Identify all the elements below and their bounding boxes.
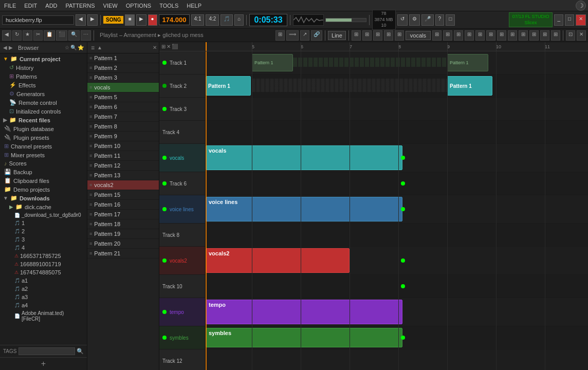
track-header-2[interactable]: Track 2 [159, 75, 205, 98]
mix-btn1[interactable]: ⊞ [352, 30, 361, 41]
sidebar-item-clipboard[interactable]: 📋 Clipboard files [0, 176, 87, 185]
project-name[interactable]: huckleberry.flp [2, 15, 74, 25]
track-lane-3[interactable]: Pattern 2 [206, 98, 588, 121]
add-button[interactable]: + [0, 357, 87, 370]
pattern-10[interactable]: ≡ Pattern 10 [87, 141, 159, 151]
snap-icon[interactable]: ⌂ [234, 14, 244, 26]
vocals-select[interactable]: vocals [406, 31, 431, 40]
sidebar-forward[interactable]: ▶ [9, 45, 13, 50]
song-button[interactable]: SONG [103, 16, 123, 24]
right-icon2[interactable]: ⊞ [443, 30, 452, 41]
tb2-fav[interactable]: ★ [23, 30, 32, 41]
pattern-16[interactable]: ≡ Pattern 16 [87, 200, 159, 210]
mix-btn3[interactable]: ⊞ [373, 30, 382, 41]
nav-forward[interactable]: ▶ [87, 14, 98, 26]
track-lane-9[interactable]: vocals2 [206, 247, 588, 275]
pattern-vocals2[interactable]: ≡ vocals2 [87, 180, 159, 190]
pattern-17[interactable]: ≡ Pattern 17 [87, 210, 159, 219]
tb2-history[interactable]: ↻ [12, 30, 22, 41]
tb2-cut[interactable]: ✂ [33, 30, 43, 41]
track-header-12[interactable]: symbles [159, 326, 205, 349]
track-header-10[interactable]: Track 10 [159, 275, 205, 298]
track-header-8[interactable]: Track 8 [159, 224, 205, 247]
sidebar-item-1[interactable]: 🎵 1 [6, 219, 87, 227]
sidebar-item-scores[interactable]: ♪ Scores [0, 159, 87, 168]
pattern-5[interactable]: ≡ Pattern 5 [87, 92, 159, 102]
pattern-7[interactable]: ≡ Pattern 7 [87, 112, 159, 122]
track-header-7[interactable]: voice lines [159, 195, 205, 224]
sidebar-icon2[interactable]: 🔍 [70, 45, 77, 50]
tb2-zoom[interactable]: 🔍 [68, 30, 80, 41]
sidebar-item-channel-presets[interactable]: ⊞ Channel presets [0, 142, 87, 151]
track-lane-13[interactable] [206, 349, 588, 370]
right-icon10[interactable]: ⊞ [529, 30, 539, 41]
right-icon6[interactable]: ⊞ [486, 30, 495, 41]
ruler-controls[interactable]: ⊞ ✕ ⬛ [161, 44, 178, 49]
help-icon[interactable]: ? [435, 14, 445, 26]
sidebar-item-download-file[interactable]: 📄 _download_s.tor_dg8a9r0 [6, 211, 87, 219]
close-button[interactable]: ✕ [576, 14, 586, 26]
sidebar-icon3[interactable]: ⭐ [78, 45, 84, 50]
right-icon1[interactable]: ⊞ [432, 30, 442, 41]
sidebar-item-downloads[interactable]: ▼ 📁 Downloads [0, 194, 87, 202]
stop-button[interactable]: ■ [125, 14, 134, 26]
mic-icon[interactable]: 🎤 [421, 14, 434, 26]
sidebar-item-patterns[interactable]: ⊞ Patterns [6, 72, 87, 81]
track-lane-10[interactable] [206, 275, 588, 298]
arrange-tool[interactable]: ⟹ [286, 30, 299, 41]
pattern-1[interactable]: ≡ Pattern 1 [87, 53, 159, 63]
clip-track2-p1-2[interactable]: Pattern 1 [447, 76, 492, 96]
sidebar-item-remote-control[interactable]: 📡 Remote control [6, 98, 87, 107]
sidebar-item-1674[interactable]: ⚠ 1674574885075 [6, 268, 87, 276]
track-header-4[interactable]: Track 4 [159, 121, 205, 144]
pattern-scroll-up[interactable]: ▲ [97, 45, 102, 50]
link-tool[interactable]: 🔗 [311, 30, 322, 41]
play-button[interactable]: ▶ [136, 14, 146, 26]
sidebar-item-1668[interactable]: ⚠ 1668891001719 [6, 260, 87, 268]
sidebar-item-mixer-presets[interactable]: ⊞ Mixer presets [0, 151, 87, 159]
tb2-dots[interactable]: ⋯ [81, 30, 91, 41]
track-lane-11[interactable]: tempo [206, 298, 588, 326]
window-icon[interactable]: □ [446, 14, 455, 26]
track-header-3[interactable]: Track 3 [159, 98, 205, 121]
master-vol-slider[interactable] [325, 18, 366, 22]
right-icon4[interactable]: ⊞ [465, 30, 474, 41]
bpm-display[interactable]: 174.000 [159, 14, 190, 25]
menu-tools[interactable]: TOOLS [157, 2, 180, 10]
pattern-15[interactable]: ≡ Pattern 15 [87, 190, 159, 200]
pattern-6[interactable]: ≡ Pattern 6 [87, 102, 159, 112]
window-close2[interactable]: ✕ [577, 30, 586, 41]
sidebar-item-4[interactable]: 🎵 4 [6, 244, 87, 252]
tb2-paste[interactable]: ⬛ [56, 30, 67, 41]
right-icon12[interactable]: ⊞ [551, 30, 560, 41]
menu-help[interactable]: HELP [185, 2, 204, 10]
theme-toggle[interactable]: ☽ [576, 1, 586, 11]
pattern-8[interactable]: ≡ Pattern 8 [87, 122, 159, 132]
sidebar-item-backup[interactable]: 💾 Backup [0, 168, 87, 176]
pattern-13[interactable]: ≡ Pattern 13 [87, 171, 159, 180]
cpu-icon[interactable]: ↺ [397, 14, 408, 26]
clip-vocals2[interactable]: vocals2 [206, 248, 350, 273]
sidebar-item-current-project[interactable]: ▼ 📁 Current project [0, 54, 87, 63]
sidebar-item-recent-files[interactable]: ▶ 📁 Recent files [0, 116, 87, 124]
select-tool[interactable]: ↗ [300, 30, 309, 41]
clip-vocals-track2[interactable]: Pattern 1 [206, 76, 251, 96]
sidebar-item-adobe[interactable]: 📄 Adobe Animat.ted) [FileCR] [6, 309, 87, 323]
right-icon9[interactable]: ⊞ [519, 30, 528, 41]
sidebar-item-demo-projects[interactable]: 📁 Demo projects [0, 185, 87, 194]
pattern-add-btn[interactable]: ≡ [89, 44, 96, 51]
track-content[interactable]: 5 6 7 8 9 10 11 [206, 42, 588, 370]
sidebar-item-1665[interactable]: ⚠ 1665371785725 [6, 252, 87, 260]
sidebar-item-a1[interactable]: 🎵 a1 [6, 276, 87, 285]
sidebar-back[interactable]: ◀ [3, 45, 7, 50]
track-lane-4[interactable] [206, 121, 588, 144]
track-lane-2[interactable]: Pattern 1 Pattern 1 Pattern 1 [206, 75, 588, 98]
pattern-12[interactable]: ≡ Pattern 12 [87, 161, 159, 171]
sidebar-item-initialized-controls[interactable]: ⊡ Initialized controls [6, 107, 87, 116]
track-header-6[interactable]: Track 6 [159, 172, 205, 195]
sidebar-item-a3[interactable]: 🎵 a3 [6, 293, 87, 301]
clip-tempo[interactable]: tempo [206, 300, 402, 324]
pattern-11[interactable]: ≡ Pattern 11 [87, 151, 159, 161]
minimize-button[interactable]: _ [554, 14, 563, 26]
sidebar-item-dick-cache[interactable]: ▶ 📁 dick.cache [6, 202, 87, 211]
